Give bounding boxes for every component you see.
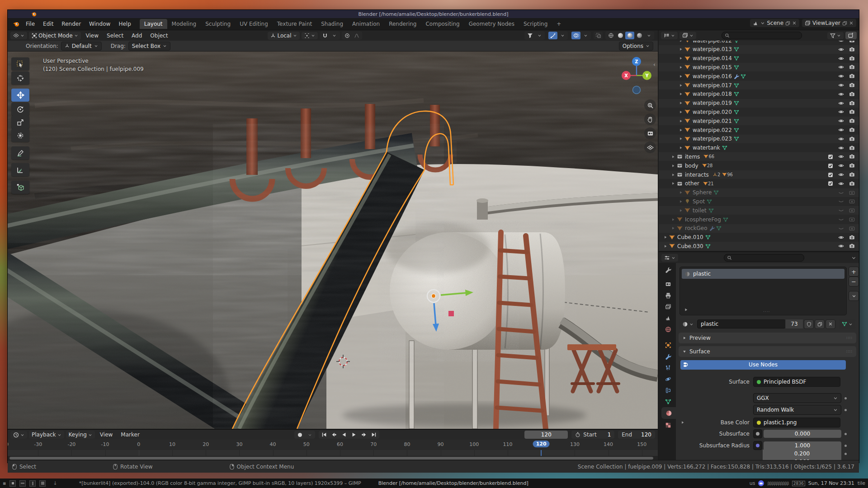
scrollbar-thumb[interactable]: [9, 457, 653, 460]
viewport-3d-view[interactable]: User Perspective (120) Scene Collection …: [8, 52, 658, 429]
outliner-item-name[interactable]: waterpipe.020: [693, 109, 732, 115]
outliner-item-name[interactable]: waterpipe.019: [693, 100, 732, 106]
mesh-data-icon[interactable]: [734, 41, 739, 43]
next-keyframe-button[interactable]: [359, 431, 368, 438]
outliner-item-name[interactable]: Cube.030: [677, 243, 703, 249]
tool-move[interactable]: [11, 89, 29, 102]
visibility-eye-icon[interactable]: [838, 154, 844, 160]
hide-eye-closed-icon[interactable]: [838, 216, 844, 222]
render-camera-icon[interactable]: [849, 91, 855, 97]
tab-shading[interactable]: Shading: [316, 19, 348, 29]
region-collapse-arrow[interactable]: ‹: [653, 61, 656, 68]
disclosure-triangle-icon[interactable]: [679, 56, 683, 61]
mesh-data-icon[interactable]: [741, 74, 746, 79]
viewport-zoom-button[interactable]: [644, 99, 656, 111]
outliner-filter-dropdown[interactable]: [827, 32, 844, 39]
outliner-item-name[interactable]: waterpipe.021: [693, 118, 732, 124]
render-camera-icon[interactable]: [849, 163, 855, 169]
timeline-tick-label[interactable]: 10: [169, 441, 175, 447]
proportional-editing-icon[interactable]: [343, 32, 352, 39]
tab-compositing[interactable]: Compositing: [421, 19, 464, 29]
disclosure-triangle-icon[interactable]: [671, 217, 675, 222]
visibility-eye-icon[interactable]: [838, 181, 844, 187]
outliner-row[interactable]: toilet: [659, 206, 859, 215]
visibility-eye-icon[interactable]: [838, 100, 844, 106]
outliner-row[interactable]: Spot: [659, 197, 859, 206]
animate-dot[interactable]: [844, 397, 847, 399]
mesh-data-icon[interactable]: [734, 56, 739, 61]
blender-menu-logo[interactable]: [12, 21, 20, 27]
tab-layout[interactable]: Layout: [140, 19, 167, 29]
playhead-line[interactable]: [541, 450, 542, 456]
render-camera-icon[interactable]: [849, 118, 855, 124]
mesh-data-icon[interactable]: [734, 118, 739, 124]
outliner-item-name[interactable]: waterpipe.013: [693, 46, 732, 52]
shading-solid-button[interactable]: [616, 32, 625, 39]
shading-dropdown[interactable]: [644, 32, 653, 39]
menu-render[interactable]: Render: [57, 19, 85, 29]
orientation-dropdown[interactable]: Default: [61, 42, 102, 51]
close-icon[interactable]: [849, 21, 854, 25]
distribution-dropdown[interactable]: GGX: [753, 393, 841, 403]
mesh-data-icon[interactable]: [734, 65, 739, 70]
tab-sculpting[interactable]: Sculpting: [201, 19, 235, 29]
mesh-data-icon[interactable]: [723, 217, 728, 222]
render-camera-icon[interactable]: [849, 47, 855, 52]
menu-add[interactable]: Add: [128, 32, 145, 40]
tab-scripting[interactable]: Scripting: [519, 19, 552, 29]
tab-view-layer-properties[interactable]: [660, 301, 676, 313]
timeline-tick-label[interactable]: 60: [337, 441, 343, 447]
animate-dot[interactable]: [844, 445, 847, 447]
render-camera-icon[interactable]: [849, 145, 855, 151]
transform-orientation-dropdown[interactable]: Local: [268, 32, 299, 40]
outliner-display-mode[interactable]: [661, 32, 678, 39]
play-button[interactable]: [349, 431, 359, 438]
preview-panel-header[interactable]: Preview ∷∷: [679, 333, 856, 343]
outliner-item-name[interactable]: waterpipe.017: [693, 82, 732, 89]
outliner-item-name[interactable]: watertank: [693, 145, 720, 151]
disclosure-triangle-icon[interactable]: [679, 92, 683, 96]
outliner-item-name[interactable]: body: [685, 163, 698, 169]
timeline-tick-label[interactable]: -20: [67, 441, 75, 447]
properties-options-caret[interactable]: [851, 255, 856, 260]
mesh-data-icon[interactable]: [705, 244, 711, 249]
workspace-dot[interactable]: ▪: [3, 480, 6, 486]
mesh-data-icon[interactable]: [734, 100, 739, 106]
outliner-row[interactable]: Sphere: [659, 188, 859, 197]
remove-slot-button[interactable]: −: [849, 277, 859, 286]
shading-wireframe-button[interactable]: [606, 32, 615, 39]
tab-object-properties[interactable]: [660, 339, 676, 351]
snap-settings-dropdown[interactable]: [330, 32, 339, 39]
outliner-row[interactable]: waterpipe.014: [659, 54, 859, 63]
timeline-tick-label[interactable]: 110: [503, 441, 513, 447]
sss-method-dropdown[interactable]: Random Walk: [753, 405, 841, 415]
timeline-tick-label[interactable]: 80: [404, 441, 410, 447]
start-frame-field[interactable]: Start 1: [571, 431, 614, 439]
render-camera-icon[interactable]: [849, 172, 855, 178]
link-mode-button[interactable]: [839, 319, 855, 329]
checkbox-icon[interactable]: [828, 154, 833, 160]
fake-user-button[interactable]: [804, 319, 814, 329]
window-titlebar[interactable]: Blender [/home/amalie/Desktop/blender/bu…: [8, 10, 859, 18]
timeline-editor-button[interactable]: [10, 431, 27, 439]
outliner-item-name[interactable]: Cube.010: [677, 234, 703, 240]
timeline-tick-label[interactable]: -30: [34, 441, 42, 447]
unlink-material-button[interactable]: [826, 319, 835, 329]
camera-disabled-icon[interactable]: [849, 190, 855, 196]
material-slot-active[interactable]: plastic: [682, 269, 844, 279]
nav-axis-x[interactable]: X: [622, 71, 631, 80]
tab-render-properties[interactable]: [660, 278, 676, 290]
tab-physics-properties[interactable]: [660, 373, 676, 385]
surface-shader-field[interactable]: Principled BSDF: [753, 377, 840, 387]
render-camera-icon[interactable]: [849, 41, 855, 43]
mesh-data-icon[interactable]: [734, 91, 739, 97]
keying-set-caret[interactable]: [305, 431, 314, 438]
visibility-eye-icon[interactable]: [838, 91, 844, 97]
render-camera-icon[interactable]: [849, 136, 855, 142]
outliner-row[interactable]: interacts296: [659, 170, 859, 179]
outliner-row[interactable]: waterpipe.022: [659, 126, 859, 134]
mesh-data-icon[interactable]: [705, 235, 711, 240]
visibility-eye-icon[interactable]: [838, 118, 844, 124]
snap-magnet-icon[interactable]: [321, 32, 330, 39]
tab-modifier-properties[interactable]: [660, 351, 676, 362]
